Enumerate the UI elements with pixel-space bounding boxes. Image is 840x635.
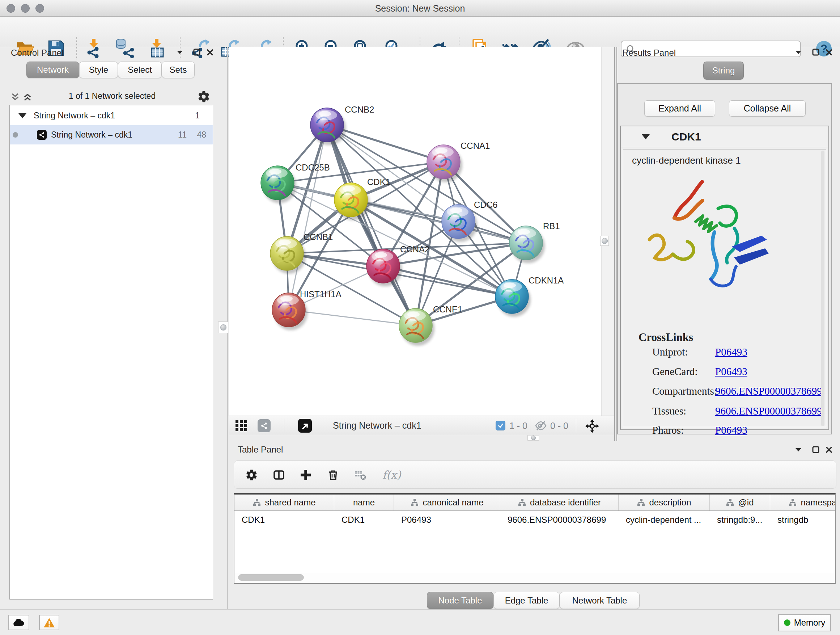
right-splitter[interactable] [614,47,617,441]
crosslink-link[interactable]: P06493 [715,346,747,358]
node-label-CCNB1: CCNB1 [303,232,333,242]
results-panel-close-icon[interactable] [823,47,835,57]
node-RB1[interactable]: RB1 [509,221,560,263]
node-CCNA1[interactable]: CCNA1 [427,141,490,182]
node-label-CCNB2: CCNB2 [345,105,374,114]
table-cell[interactable]: P06493 [394,512,500,528]
collection-expand-icon[interactable] [19,113,27,119]
crosslink-row: GeneCard: P06493 [623,366,826,380]
protein-structure-image [641,174,779,299]
crosslink-link[interactable]: P06493 [715,366,747,378]
expand-all-button[interactable]: Expand All [644,100,715,117]
crosslink-link[interactable]: 9606.ENSP00000378699 [715,385,822,397]
column-header-canonical-name[interactable]: canonical name [394,494,500,510]
crosslink-link[interactable]: 9606.ENSP00000378699 [715,405,822,417]
network-collection-row[interactable]: String Network – cdk1 1 [10,106,213,125]
tab-node-table[interactable]: Node Table [427,592,493,609]
table-cell[interactable]: stringdb:9... [710,512,770,528]
table-row[interactable]: CDK1CDK1P064939606.ENSP00000378699cyclin… [234,512,836,528]
memory-status-icon [784,619,790,626]
expand-all-icon[interactable] [23,92,32,103]
node-table[interactable]: shared namenamecanonical namedatabase id… [234,493,836,584]
function-button: f(x) [380,464,403,486]
gear-button[interactable] [244,464,267,486]
table-hscroll-thumb[interactable] [238,574,304,581]
network-canvas[interactable]: CCNB2 CCNA1 CDC25B CDK1 [229,47,601,416]
delete-column-button[interactable] [326,464,348,486]
svg-text:f(x): f(x) [382,469,401,481]
fit-content-crosshair-icon[interactable] [585,419,599,434]
results-scrollbar[interactable] [821,150,824,426]
column-header-shared-name[interactable]: shared name [234,494,334,510]
crosslinks-heading: CrossLinks [638,331,693,344]
protein-card-collapse-icon[interactable] [642,134,650,139]
control-panel-float-icon[interactable] [191,47,203,57]
table-panel-float-icon[interactable] [810,444,822,455]
table-hscrollbar[interactable] [235,573,834,582]
network-style-share-icon[interactable] [257,419,271,432]
network-options-gear-icon[interactable] [197,90,210,105]
table-cell[interactable]: stringdb [770,512,836,528]
table-panel-title: Table Panel [238,445,283,455]
tab-sets[interactable]: Sets [162,62,195,78]
tab-network-table[interactable]: Network Table [560,592,639,609]
hidden-eye-slash-icon[interactable] [535,420,547,432]
results-panel-menu-icon[interactable] [792,47,805,57]
current-network-name: String Network – cdk1 [333,420,422,431]
nodes-selected-count: 1 - 0 [509,421,527,431]
tab-string[interactable]: String [703,62,744,80]
node-CCNB1[interactable]: CCNB1 [270,232,333,274]
table-panel-close-icon[interactable] [823,444,835,455]
tab-network[interactable]: Network [27,62,79,78]
tab-style[interactable]: Style [79,62,118,78]
node-CDKN1A[interactable]: CDKN1A [495,276,564,317]
tab-edge-table[interactable]: Edge Table [493,592,560,609]
network-list: String Network – cdk1 1 String Network –… [9,105,213,600]
crosslink-link[interactable]: P06493 [715,424,747,436]
left-splitter-handle[interactable] [218,321,228,333]
split-columns-button[interactable] [272,464,294,486]
table-cell[interactable]: CDK1 [334,512,394,528]
tree-column-icon [518,498,526,507]
column-header-description[interactable]: description [619,494,710,510]
results-panel-float-icon[interactable] [810,47,822,57]
crosslink-row: Uniprot: P06493 [623,346,826,361]
memory-button[interactable]: Memory [778,614,831,631]
cloud-icon [13,618,25,627]
crosslink-label: Uniprot: [652,346,688,358]
node-CCNE1[interactable]: CCNE1 [399,304,462,346]
column-header-name[interactable]: name [334,494,394,510]
node-label-CDC25B: CDC25B [295,163,330,172]
table-toolbar: f(x) [234,461,836,489]
column-header-database-identifier[interactable]: database identifier [500,494,619,510]
network-row[interactable]: String Network – cdk1 11 48 [10,125,213,144]
table-cell[interactable]: cyclin-dependent ... [619,512,710,528]
network-view-toolbar: String Network – cdk1 1 - 0 0 - 0 [229,416,614,435]
node-HIST1H1A[interactable]: HIST1H1A [272,289,341,330]
control-panel-menu-icon[interactable] [174,47,186,57]
nodes-selected-checkbox[interactable] [496,421,505,431]
collapse-all-button[interactable]: Collapse All [729,100,806,117]
cloud-button[interactable] [8,615,29,630]
table-panel-menu-icon[interactable] [792,444,805,455]
control-panel-close-icon[interactable] [204,47,216,57]
network-current-dot [13,132,18,138]
table-cell[interactable]: 9606.ENSP00000378699 [500,512,619,528]
network-edge-count: 48 [197,130,206,140]
node-label-CCNE1: CCNE1 [433,304,462,314]
protein-description: cyclin-dependent kinase 1 [632,155,741,166]
warning-button[interactable] [39,615,59,630]
crosslink-row: Compartments: 9606.ENSP00000378699 [623,385,826,400]
right-splitter-handle[interactable] [600,236,609,246]
add-column-button[interactable] [298,464,321,486]
tab-select[interactable]: Select [118,62,162,78]
table-cell[interactable]: CDK1 [234,512,334,528]
column-header--id[interactable]: @id [710,494,770,510]
column-header-namespace[interactable]: namespace [770,494,836,510]
network-label: String Network – cdk1 [51,130,133,140]
collapse-all-icon[interactable] [11,92,19,103]
tree-column-icon [253,498,261,507]
grid-view-icon[interactable] [235,420,248,433]
birds-eye-view-icon[interactable] [298,419,312,432]
node-CCNA2[interactable]: CCNA2 [366,244,429,287]
